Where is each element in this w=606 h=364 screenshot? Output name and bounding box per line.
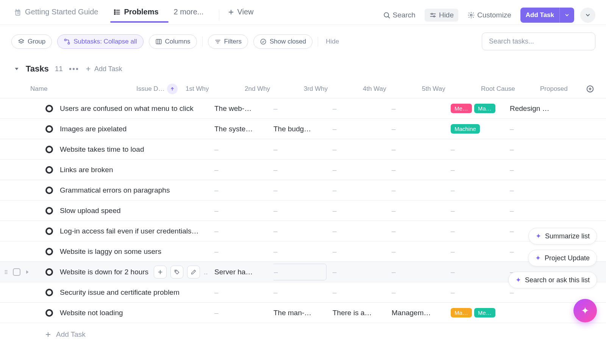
ai-fab-button[interactable]: ✦ — [573, 299, 597, 322]
root-cause-cell[interactable]: Ma…Me… — [451, 308, 510, 317]
task-name-cell[interactable]: Security issue and certificate problem — [60, 288, 214, 297]
add-view-button[interactable]: View — [228, 8, 261, 22]
task-name-cell[interactable]: Images are pixelated — [60, 125, 214, 133]
customize-button[interactable]: Customize — [464, 9, 514, 22]
status-dot[interactable] — [45, 187, 53, 194]
status-dot[interactable] — [45, 227, 53, 235]
col-proposed[interactable]: Proposed — [540, 85, 582, 93]
cell[interactable]: – — [333, 186, 392, 194]
cell[interactable]: – — [214, 186, 273, 194]
status-dot[interactable] — [45, 125, 53, 133]
cell[interactable]: – — [392, 268, 451, 276]
cell[interactable]: – — [333, 104, 392, 113]
status-dot[interactable] — [45, 309, 53, 317]
proposed-cell[interactable]: – — [510, 145, 568, 154]
root-cause-tag[interactable]: Me… — [474, 308, 495, 317]
cell[interactable]: – — [273, 207, 333, 215]
root-cause-cell[interactable]: – — [451, 166, 510, 174]
cell[interactable]: – — [214, 227, 273, 235]
cell[interactable]: The web-… — [214, 104, 273, 113]
task-row[interactable]: Website not loading – The man-… There is… — [0, 303, 606, 323]
task-row[interactable]: Grammatical errors on paragraphs – – – –… — [0, 180, 606, 201]
col-issue[interactable]: Issue D… — [136, 84, 186, 94]
status-dot[interactable] — [45, 207, 53, 215]
proposed-cell[interactable]: – — [510, 288, 568, 297]
col-why2[interactable]: 2nd Why — [245, 85, 304, 93]
col-way4[interactable]: 4th Way — [363, 85, 422, 93]
cell[interactable]: – — [273, 227, 333, 235]
group-menu-icon[interactable]: ••• — [69, 65, 79, 73]
cell[interactable]: – — [333, 125, 392, 133]
cell[interactable]: – — [392, 186, 451, 194]
cell-edit-box[interactable]: – — [273, 264, 326, 280]
root-cause-cell[interactable]: – — [451, 145, 510, 154]
cell[interactable]: – — [273, 104, 333, 113]
proposed-cell[interactable]: – — [510, 207, 568, 215]
cell[interactable]: Managem… — [392, 309, 451, 317]
more-dots[interactable]: .. — [204, 268, 208, 276]
cell[interactable]: – — [273, 247, 333, 256]
task-row[interactable]: Users are confused on what menu to click… — [0, 98, 606, 119]
add-task-dropdown[interactable] — [559, 8, 574, 23]
col-why3[interactable]: 3rd Why — [304, 85, 363, 93]
task-name-cell[interactable]: Users are confused on what menu to click — [60, 104, 214, 113]
root-cause-cell[interactable]: – — [451, 207, 510, 215]
root-cause-cell[interactable]: Me…Ma… — [451, 104, 510, 113]
status-dot[interactable] — [45, 146, 53, 153]
root-cause-tag[interactable]: Machine — [451, 124, 480, 134]
subtasks-pill[interactable]: Subtasks: Collapse all — [57, 34, 143, 49]
task-row[interactable]: Links are broken – – – – – – — [0, 160, 606, 180]
hide-button[interactable]: Hide — [425, 9, 458, 22]
root-cause-cell[interactable]: – — [451, 268, 510, 276]
col-way5[interactable]: 5th Way — [422, 85, 481, 93]
task-name-cell[interactable]: Links are broken — [60, 166, 214, 174]
cell[interactable]: The budg… — [273, 125, 333, 133]
group-pill[interactable]: Group — [11, 34, 52, 49]
columns-pill[interactable]: Columns — [149, 34, 197, 49]
cell[interactable]: – — [273, 145, 333, 154]
status-dot[interactable] — [45, 248, 53, 255]
cell[interactable]: – — [392, 104, 451, 113]
cell[interactable]: – — [214, 247, 273, 256]
cell[interactable]: The syste… — [214, 125, 273, 133]
root-cause-tag[interactable]: Me… — [451, 104, 472, 113]
col-root[interactable]: Root Cause — [481, 85, 540, 93]
status-dot[interactable] — [45, 105, 53, 112]
root-cause-cell[interactable]: – — [451, 247, 510, 256]
cell[interactable]: – — [392, 288, 451, 297]
bottom-add-task[interactable]: Add Task — [0, 323, 606, 346]
cell[interactable]: – — [333, 268, 392, 276]
collapse-icon[interactable] — [14, 66, 20, 72]
proposed-cell[interactable]: – — [510, 166, 568, 174]
root-cause-cell[interactable]: – — [451, 227, 510, 235]
root-cause-cell[interactable]: – — [451, 288, 510, 297]
col-name[interactable]: Name — [30, 85, 136, 93]
group-add-task-button[interactable]: Add Task — [85, 65, 122, 73]
task-name-cell[interactable]: Slow upload speed — [60, 207, 214, 215]
ai-project-update-button[interactable]: ✦ Project Update — [528, 250, 597, 266]
cell[interactable]: – — [273, 166, 333, 174]
task-row[interactable]: Slow upload speed – – – – – – — [0, 201, 606, 221]
task-name-cell[interactable]: Website not loading — [60, 309, 214, 317]
cell[interactable]: – — [392, 247, 451, 256]
add-subtask-button[interactable] — [154, 266, 167, 278]
task-row[interactable]: Images are pixelated The syste… The budg… — [0, 119, 606, 139]
tag-button[interactable] — [170, 266, 183, 278]
root-cause-cell[interactable]: – — [451, 186, 510, 194]
cell[interactable]: – — [214, 145, 273, 154]
cell[interactable]: – — [392, 145, 451, 154]
root-cause-tag[interactable]: Ma… — [474, 104, 495, 113]
show-closed-pill[interactable]: Show closed — [253, 34, 312, 49]
tab-getting-started[interactable]: Getting Started Guide — [14, 8, 105, 22]
cell[interactable]: – — [333, 145, 392, 154]
status-dot[interactable] — [45, 268, 53, 276]
cell[interactable]: – — [333, 207, 392, 215]
task-name-cell[interactable]: Website takes time to load — [60, 145, 214, 154]
cell[interactable]: – — [333, 288, 392, 297]
cell[interactable]: – — [273, 288, 333, 297]
edit-button[interactable] — [187, 266, 200, 278]
task-name-cell[interactable]: Website is down for 2 hours .. — [60, 266, 214, 278]
proposed-cell[interactable]: – — [510, 125, 568, 133]
status-dot[interactable] — [45, 166, 53, 174]
tab-problems[interactable]: Problems — [113, 8, 165, 22]
